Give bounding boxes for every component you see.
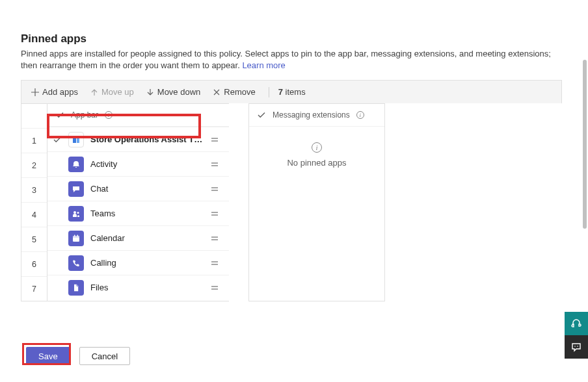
svg-point-3	[77, 212, 79, 214]
info-icon[interactable]: i	[356, 111, 364, 119]
drag-handle-icon[interactable]	[208, 160, 221, 169]
svg-point-2	[74, 211, 76, 214]
save-button[interactable]: Save	[26, 347, 70, 365]
app-icon-teams	[68, 206, 84, 222]
row-number-column: 1 2 3 4 5 6 7	[21, 103, 47, 301]
app-icon-calendar	[68, 231, 84, 246]
item-count: 7 items	[278, 87, 306, 97]
add-apps-button[interactable]: Add apps	[27, 84, 82, 99]
footer-actions: Save Cancel	[0, 347, 588, 369]
section-description: Pinned apps are installed for people ass…	[21, 48, 562, 71]
app-row[interactable]: Chat	[47, 176, 229, 201]
svg-point-8	[574, 346, 576, 347]
app-name-label: Activity	[90, 159, 208, 169]
svg-point-9	[577, 346, 578, 347]
row-number: 7	[21, 276, 47, 301]
row-checkbox[interactable]	[47, 135, 67, 144]
app-icon-store	[68, 132, 84, 147]
messaging-header-label: Messaging extensions	[273, 110, 350, 120]
svg-rect-1	[77, 136, 79, 143]
drag-handle-icon[interactable]	[208, 283, 221, 292]
select-all-checkbox[interactable]	[55, 110, 64, 120]
scroll-thumb[interactable]	[583, 60, 587, 229]
app-row[interactable]: Calling	[47, 250, 229, 275]
move-down-button[interactable]: Move down	[142, 84, 204, 99]
svg-rect-6	[74, 235, 75, 236]
remove-button[interactable]: Remove	[208, 84, 259, 99]
select-all-checkbox[interactable]	[257, 110, 266, 120]
app-name-label: Store Operations Assist T…	[90, 134, 208, 144]
svg-rect-0	[73, 136, 76, 143]
vertical-scrollbar[interactable]	[580, 34, 588, 382]
row-number: 5	[21, 227, 47, 251]
drag-handle-icon[interactable]	[208, 185, 221, 194]
app-name-label: Calendar	[90, 233, 208, 243]
app-name-label: Teams	[90, 209, 208, 218]
messaging-extensions-column: Messaging extensions i i No pinned apps	[248, 103, 385, 301]
arrow-up-icon	[90, 88, 99, 97]
app-bar-header: App bar i	[47, 104, 229, 127]
row-number: 6	[21, 251, 47, 276]
item-count-number: 7	[278, 87, 283, 97]
app-row[interactable]: Teams	[47, 201, 229, 225]
app-icon-calling	[68, 255, 84, 271]
learn-more-link[interactable]: Learn more	[242, 60, 285, 70]
remove-label: Remove	[224, 87, 255, 97]
row-number: 1	[21, 128, 47, 153]
section-description-text: Pinned apps are installed for people ass…	[21, 49, 551, 70]
drag-handle-icon[interactable]	[208, 234, 221, 243]
pinned-apps-section: Pinned apps Pinned apps are installed fo…	[0, 0, 588, 301]
app-row[interactable]: Activity	[47, 151, 229, 176]
svg-rect-5	[73, 236, 79, 238]
add-apps-label: Add apps	[42, 87, 78, 97]
pinned-apps-toolbar: Add apps Move up Move down Remove	[21, 80, 562, 103]
page-root: Pinned apps Pinned apps are installed fo…	[0, 0, 588, 382]
info-icon: i	[312, 142, 322, 153]
row-number: 4	[21, 202, 47, 227]
item-count-label: items	[286, 87, 306, 97]
move-up-button[interactable]: Move up	[86, 84, 138, 99]
app-bar-header-label: App bar	[71, 110, 98, 120]
row-number-head	[21, 104, 47, 128]
app-name-label: Files	[90, 283, 208, 292]
app-row[interactable]: Files	[47, 275, 229, 299]
move-up-label: Move up	[101, 87, 134, 97]
svg-rect-7	[77, 235, 79, 236]
messaging-empty-state: i No pinned apps	[249, 127, 384, 191]
app-bar-column: App bar i Store Operations Assist T…	[47, 103, 229, 301]
section-title: Pinned apps	[21, 32, 562, 45]
app-name-label: Calling	[90, 258, 208, 268]
app-row[interactable]: Calendar	[47, 225, 229, 250]
cancel-button[interactable]: Cancel	[79, 347, 130, 365]
app-icon-chat	[68, 181, 84, 197]
info-icon[interactable]: i	[105, 111, 113, 119]
drag-handle-icon[interactable]	[208, 135, 221, 144]
arrow-down-icon	[146, 88, 155, 97]
plus-icon	[31, 88, 40, 97]
drag-handle-icon[interactable]	[208, 259, 221, 268]
toolbar-separator	[269, 87, 269, 97]
app-name-label: Chat	[90, 184, 208, 194]
row-number: 2	[21, 153, 47, 177]
app-row[interactable]: Store Operations Assist T…	[47, 127, 229, 151]
x-icon	[212, 88, 221, 97]
row-number: 3	[21, 177, 47, 202]
move-down-label: Move down	[157, 87, 200, 97]
app-icon-activity	[68, 157, 84, 172]
pinned-apps-table: 1 2 3 4 5 6 7 App bar i	[21, 103, 562, 301]
messaging-header: Messaging extensions i	[249, 104, 384, 127]
app-icon-files	[68, 280, 84, 296]
drag-handle-icon[interactable]	[208, 209, 221, 218]
empty-state-label: No pinned apps	[249, 158, 384, 168]
